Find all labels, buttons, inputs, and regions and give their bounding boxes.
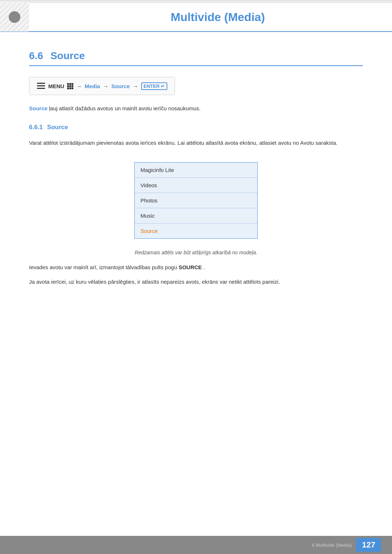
header-area: Multivide (Media) — [0, 3, 392, 32]
description-rest: ļauj atlasīt dažādus avotus un mainīt av… — [49, 105, 201, 111]
section-description: Source ļauj atlasīt dažādus avotus un ma… — [29, 104, 363, 113]
top-bar — [0, 0, 392, 3]
source-bold: SOURCE — [179, 264, 202, 270]
source-label: Source — [111, 83, 130, 89]
section-heading: 6.6 Source — [29, 50, 363, 66]
section-title: Source — [50, 50, 85, 62]
page-number: 127 — [356, 538, 381, 552]
list-item[interactable]: Magicinfo Lite — [135, 163, 257, 178]
main-content: 6.6 Source MENU → Media → Source → — [0, 32, 392, 321]
footer: 6 Multivide (Media) 127 — [0, 536, 392, 554]
subsection-title: Source — [47, 124, 68, 131]
enter-arrow: ↵ — [161, 83, 165, 89]
arrow-2: → — [103, 83, 109, 89]
list-item[interactable]: Music — [135, 208, 257, 223]
arrow-3: → — [133, 83, 138, 89]
grid-icon — [67, 83, 73, 89]
subsection-number: 6.6.1 — [29, 124, 43, 131]
diagonal-pattern — [0, 3, 29, 32]
menu-label: MENU — [48, 83, 64, 89]
menu-list: Magicinfo Lite Videos Photos Music Sourc… — [134, 162, 258, 239]
svg-rect-0 — [37, 83, 45, 84]
page-title: Multivide (Media) — [29, 11, 392, 24]
menu-icon — [37, 82, 45, 90]
svg-rect-2 — [37, 88, 45, 89]
note-text: Redzamais attēls var būt atšķirīgs atkar… — [29, 250, 363, 255]
arrow-1: → — [76, 83, 82, 89]
description-highlight: Source — [29, 105, 48, 111]
body-text-2: Ievades avotu var mainīt arī, izmantojot… — [29, 263, 363, 272]
section-number: 6.6 — [29, 50, 43, 62]
body-text-3: Ja avota ierīcei, uz kuru vēlaties pārsl… — [29, 277, 363, 287]
menu-list-container: Magicinfo Lite Videos Photos Music Sourc… — [29, 162, 363, 239]
list-item-source-highlighted[interactable]: Source — [135, 223, 257, 238]
menu-path: MENU → Media → Source → ENTER ↵ — [29, 77, 175, 95]
list-item[interactable]: Photos — [135, 193, 257, 208]
subsection-description: Varat attēlot izstrādājumam pievienotas … — [29, 138, 363, 148]
list-item[interactable]: Videos — [135, 178, 257, 193]
svg-rect-1 — [37, 85, 45, 86]
enter-icon: ENTER ↵ — [141, 82, 167, 90]
media-label: Media — [85, 83, 100, 89]
footer-text: 6 Multivide (Media) — [312, 542, 352, 548]
subsection-heading: 6.6.1 Source — [29, 124, 363, 131]
enter-label: ENTER — [144, 83, 160, 89]
circle-icon — [9, 11, 20, 23]
